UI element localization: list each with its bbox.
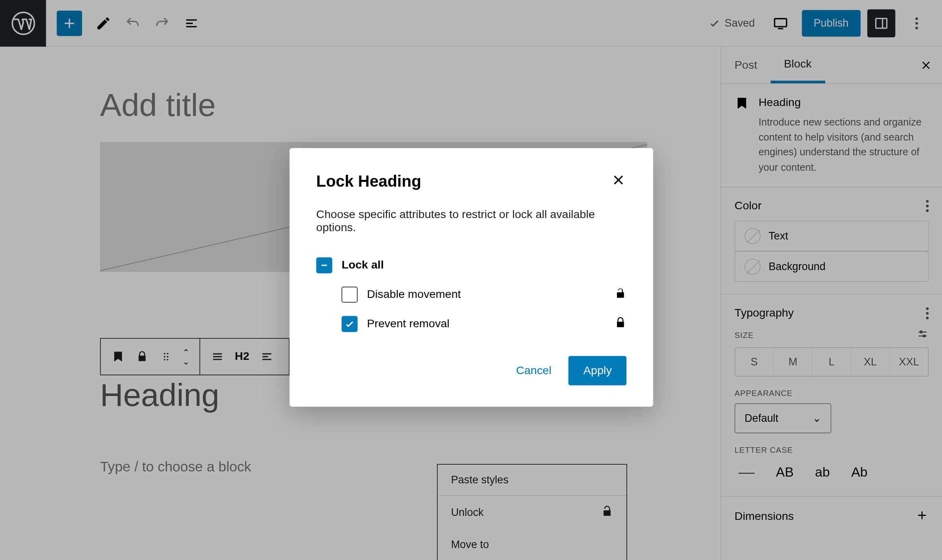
size-l[interactable]: L	[812, 348, 851, 376]
post-title-input[interactable]: Add title	[100, 87, 647, 123]
svg-rect-2	[876, 18, 887, 28]
edit-mode-button[interactable]	[89, 8, 118, 38]
letter-case-label: LETTER CASE	[735, 445, 793, 454]
empty-swatch-icon	[744, 259, 760, 274]
color-section-options[interactable]	[926, 200, 929, 212]
heading-block-icon	[735, 96, 749, 175]
block-type-icon[interactable]	[106, 350, 130, 363]
lock-all-label: Lock all	[341, 259, 384, 272]
block-name: Heading	[758, 96, 928, 110]
chevron-down-icon: ⌄	[812, 412, 821, 425]
chevron-up-icon[interactable]: ⌃	[178, 347, 194, 356]
prevent-removal-checkbox[interactable]	[341, 316, 357, 332]
chevron-down-icon[interactable]: ⌄	[178, 357, 194, 366]
letter-case-none[interactable]: —	[735, 460, 758, 484]
appearance-label: APPEARANCE	[735, 389, 793, 398]
svg-point-8	[167, 359, 169, 361]
heading-block-content[interactable]: Heading	[100, 377, 219, 413]
options-menu-button[interactable]	[902, 8, 931, 38]
modal-title: Lock Heading	[316, 172, 421, 191]
unlock-icon	[601, 505, 613, 520]
prevent-removal-label: Prevent removal	[367, 317, 450, 331]
appearance-select[interactable]: Default ⌄	[735, 403, 831, 433]
svg-point-3	[164, 353, 165, 355]
disable-movement-label: Disable movement	[367, 288, 461, 301]
size-xl[interactable]: XL	[851, 348, 890, 376]
tab-block[interactable]: Block	[771, 46, 825, 83]
add-block-button[interactable]	[57, 10, 82, 36]
lock-block-modal: Lock Heading Choose specific attributes …	[289, 148, 653, 407]
block-context-menu: Paste styles Unlock Move to Edit as HTML	[437, 464, 627, 560]
apply-button[interactable]: Apply	[569, 356, 626, 385]
size-settings-icon[interactable]	[917, 328, 928, 342]
size-s[interactable]: S	[735, 348, 774, 376]
menu-item-paste-styles[interactable]: Paste styles	[438, 465, 626, 496]
size-m[interactable]: M	[774, 348, 812, 376]
dimensions-add-button[interactable]	[915, 509, 929, 525]
size-xxl[interactable]: XXL	[890, 348, 928, 376]
dimensions-section-title: Dimensions	[735, 510, 794, 523]
text-color-button[interactable]: Text	[735, 221, 928, 251]
color-section-title: Color	[735, 199, 762, 213]
disable-movement-checkbox[interactable]	[341, 287, 357, 303]
background-color-button[interactable]: Background	[735, 251, 928, 282]
close-sidebar-button[interactable]	[910, 46, 942, 83]
tab-post[interactable]: Post	[721, 46, 770, 83]
drag-handle-icon[interactable]	[154, 351, 178, 363]
svg-point-4	[167, 353, 169, 355]
block-description: Introduce new sections and organize cont…	[758, 115, 928, 175]
empty-swatch-icon	[744, 228, 760, 244]
undo-button[interactable]	[118, 8, 147, 38]
document-overview-button[interactable]	[177, 8, 206, 38]
menu-item-unlock[interactable]: Unlock	[438, 496, 626, 529]
font-size-selector: S M L XL XXL	[735, 347, 928, 377]
unlock-icon	[614, 287, 626, 302]
text-align-button[interactable]	[255, 350, 279, 363]
svg-point-10	[923, 335, 925, 337]
publish-button[interactable]: Publish	[802, 10, 861, 36]
redo-button[interactable]	[147, 8, 177, 38]
svg-point-9	[920, 331, 922, 333]
letter-case-capitalize[interactable]: Ab	[847, 462, 872, 482]
typography-section-title: Typography	[735, 307, 794, 320]
lock-all-checkbox[interactable]	[316, 257, 332, 273]
block-toolbar: ⌃ ⌄ H2	[100, 338, 290, 375]
saved-label: Saved	[725, 17, 755, 29]
preview-button[interactable]	[766, 8, 795, 38]
close-modal-button[interactable]	[611, 172, 626, 191]
wordpress-logo[interactable]	[0, 0, 46, 46]
typography-section-options[interactable]	[926, 307, 929, 319]
saved-status: Saved	[709, 17, 755, 29]
align-button[interactable]	[205, 350, 229, 363]
lock-icon[interactable]	[130, 351, 154, 363]
letter-case-upper[interactable]: AB	[772, 462, 798, 482]
letter-case-lower[interactable]: ab	[811, 462, 834, 482]
modal-description: Choose specific attributes to restrict o…	[316, 208, 627, 235]
settings-sidebar-toggle[interactable]	[867, 9, 895, 37]
svg-rect-1	[774, 18, 786, 26]
heading-level-button[interactable]: H2	[229, 350, 254, 363]
svg-point-6	[167, 356, 169, 357]
lock-icon	[614, 317, 626, 331]
size-label: SIZE	[735, 330, 754, 340]
menu-item-move-to[interactable]: Move to	[438, 529, 626, 560]
svg-point-5	[164, 356, 165, 357]
move-up-down-buttons[interactable]: ⌃ ⌄	[178, 347, 194, 366]
cancel-button[interactable]: Cancel	[504, 356, 563, 385]
empty-block-prompt[interactable]: Type / to choose a block	[100, 459, 251, 475]
svg-point-7	[164, 359, 165, 361]
